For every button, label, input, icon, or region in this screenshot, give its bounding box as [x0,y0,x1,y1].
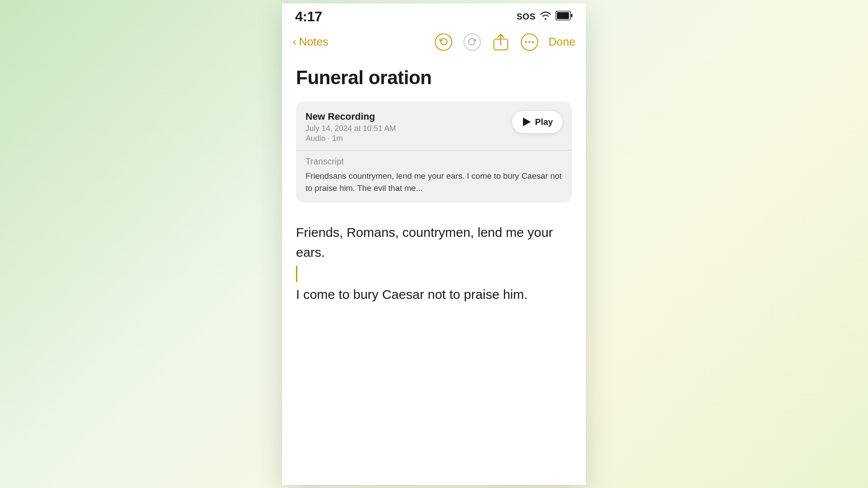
wifi-icon [540,11,551,22]
svg-rect-2 [571,14,573,17]
svg-point-4 [525,41,527,43]
play-icon [523,118,531,126]
notes-back-label[interactable]: Notes [299,35,329,49]
nav-action-icons: Done [434,33,575,52]
main-content: Funeral oration New Recording July 14, 2… [282,58,586,485]
svg-point-6 [532,41,534,43]
nav-bar: ‹ Notes [282,28,586,58]
play-label: Play [535,117,553,127]
back-arrow-icon[interactable]: ‹ [293,35,296,49]
sos-indicator: SOS [516,12,536,22]
recording-meta: Audio · 1m [306,134,512,143]
more-circle [521,33,538,51]
done-button[interactable]: Done [549,35,575,49]
redo-circle [464,33,481,51]
nav-back-section[interactable]: ‹ Notes [293,35,329,49]
recording-info: New Recording July 14, 2024 at 10:51 AM … [306,111,512,143]
redo-button[interactable] [463,33,482,52]
note-line-2: I come to bury Caesar not to praise him. [296,285,572,305]
recording-title: New Recording [306,111,512,122]
transcript-section: Transcript Friendsans countrymen, lend m… [306,151,562,203]
text-cursor [296,265,297,282]
note-text-area[interactable]: Friends, Romans, countrymen, lend me you… [296,218,572,305]
transcript-label: Transcript [306,157,562,167]
share-button[interactable] [491,33,510,52]
status-time: 4:17 [295,9,322,25]
svg-rect-1 [557,12,569,19]
more-button[interactable] [520,33,539,52]
status-icons: SOS [516,11,573,22]
undo-circle [435,33,452,51]
note-line-1: Friends, Romans, countrymen, lend me you… [296,223,572,263]
phone-frame: 4:17 SOS ‹ No [282,3,586,485]
note-title: Funeral oration [296,67,572,88]
battery-icon [556,11,573,22]
recording-card[interactable]: New Recording July 14, 2024 at 10:51 AM … [296,102,572,203]
status-bar: 4:17 SOS [282,3,586,28]
play-button[interactable]: Play [512,111,562,133]
recording-date: July 14, 2024 at 10:51 AM [306,124,512,133]
undo-button[interactable] [434,33,453,52]
svg-point-5 [529,41,530,43]
transcript-text: Friendsans countrymen, lend me your ears… [306,170,562,195]
recording-header: New Recording July 14, 2024 at 10:51 AM … [306,111,562,143]
